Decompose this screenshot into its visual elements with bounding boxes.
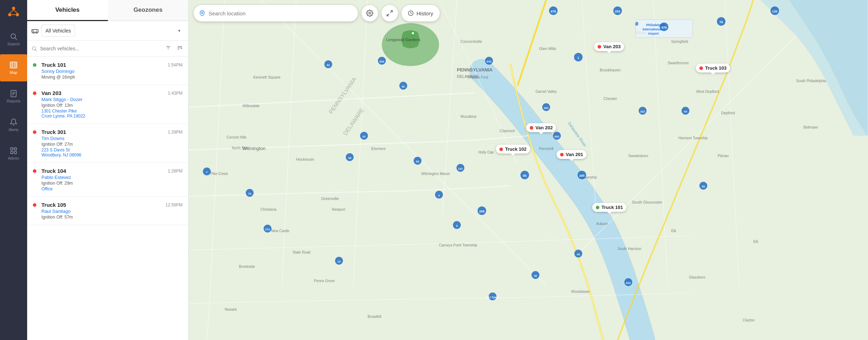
svg-text:Willowdale: Willowdale xyxy=(243,104,260,108)
vehicle-item-truck301[interactable]: Truck 301 Tim Downs Ignition Off: 27m 22… xyxy=(27,124,188,163)
vehicle-info-truck301: Truck 301 Tim Downs Ignition Off: 27m 22… xyxy=(41,129,164,158)
nav-item-admin[interactable]: Admin xyxy=(0,140,27,167)
svg-text:52: 52 xyxy=(416,160,419,163)
marker-label-truck102: Truck 102 xyxy=(505,146,527,152)
status-dot-van203 xyxy=(33,91,36,95)
map-search-input[interactable] xyxy=(209,10,352,16)
vehicle-item-truck105[interactable]: Truck 105 Raul Santiago Ignition Off: 57… xyxy=(27,197,188,225)
map-marker-truck103[interactable]: Truck 103 xyxy=(696,64,730,72)
tab-vehicles[interactable]: Vehicles xyxy=(27,0,108,21)
vehicle-filter-select[interactable]: All Vehicles xyxy=(41,25,75,37)
svg-text:Clayton: Clayton xyxy=(743,318,755,322)
vehicle-item-van203[interactable]: Van 203 Mark Stiggs - Dozer Ignition Off… xyxy=(27,85,188,124)
svg-text:International: International xyxy=(643,28,662,31)
panel-tabs: Vehicles Geozones xyxy=(27,0,188,21)
marker-label-truck101: Truck 101 xyxy=(602,205,623,210)
svg-text:141: 141 xyxy=(458,167,463,170)
svg-line-22 xyxy=(35,50,37,51)
vehicle-status-van203: Ignition Off: 13m xyxy=(41,103,164,108)
status-dot-truck301 xyxy=(33,130,36,134)
svg-text:Elk: Elk xyxy=(753,240,759,244)
svg-text:Cornish Hills: Cornish Hills xyxy=(226,135,246,139)
map-marker-truck102[interactable]: Truck 102 xyxy=(496,145,530,154)
nav-admin-label: Admin xyxy=(8,156,19,160)
app-logo xyxy=(6,4,21,20)
svg-text:Brookhaven: Brookhaven xyxy=(600,68,621,72)
svg-text:South Philadelphia: South Philadelphia xyxy=(796,79,826,83)
vehicle-status-truck105: Ignition Off: 57m xyxy=(41,215,162,220)
svg-text:Kennett Square: Kennett Square xyxy=(253,75,280,79)
sort-icon-btn[interactable] xyxy=(175,44,184,54)
svg-text:Woodstown: Woodstown xyxy=(571,290,590,294)
svg-text:Elk: Elk xyxy=(671,229,677,233)
filter-select-wrapper[interactable]: All Vehicles xyxy=(41,25,184,37)
settings-btn[interactable] xyxy=(361,5,378,21)
svg-text:55: 55 xyxy=(702,185,705,188)
marker-label-van203: Van 203 xyxy=(603,44,620,49)
vehicle-icon xyxy=(31,27,39,34)
svg-text:Chadds Ford: Chadds Ford xyxy=(468,75,488,79)
svg-text:802: 802 xyxy=(554,135,559,138)
svg-text:41: 41 xyxy=(363,135,366,138)
vehicle-driver-truck104: Pablo Estevez xyxy=(41,175,164,180)
svg-text:South Harrison: South Harrison xyxy=(618,247,642,251)
search-row xyxy=(27,41,188,57)
svg-point-7 xyxy=(11,34,16,39)
svg-point-154 xyxy=(201,12,203,14)
vehicle-info-truck104: Truck 104 Pablo Estevez Ignition Off: 29… xyxy=(41,168,164,191)
vehicle-search-input[interactable] xyxy=(40,46,161,51)
map-marker-truck101[interactable]: Truck 101 xyxy=(592,203,627,212)
nav-item-search[interactable]: Search xyxy=(0,26,27,53)
marker-label-truck103: Truck 103 xyxy=(705,65,727,71)
svg-text:Holly Oak: Holly Oak xyxy=(478,150,494,154)
map-marker-van203[interactable]: Van 203 xyxy=(594,42,624,51)
status-dot-truck101 xyxy=(33,63,36,67)
nav-map-label: Map xyxy=(10,70,17,75)
nav-reports-label: Reports xyxy=(7,99,21,103)
svg-line-157 xyxy=(387,14,389,16)
nav-item-map[interactable]: Map xyxy=(0,54,27,81)
svg-text:202: 202 xyxy=(615,10,620,13)
svg-text:Garnet Valley: Garnet Valley xyxy=(535,90,557,94)
vehicle-status-truck101: Moving @ 16mph xyxy=(41,75,164,80)
filter-icon-btn[interactable] xyxy=(164,44,173,54)
svg-text:76: 76 xyxy=(719,20,723,24)
nav-item-reports[interactable]: Reports xyxy=(0,83,27,110)
svg-text:NJ Tpke: NJ Tpke xyxy=(487,296,498,299)
nav-item-alerts[interactable]: Alerts xyxy=(0,111,27,139)
map-container: Wilmington Longwood Gardens Kennett Squa… xyxy=(189,0,868,340)
vehicle-time-truck104: 1:28PM xyxy=(168,168,183,174)
svg-point-153 xyxy=(412,32,414,34)
vehicle-name-truck105: Truck 105 xyxy=(41,202,162,208)
nav-alerts-label: Alerts xyxy=(9,128,19,132)
vehicle-status-truck104: Ignition Off: 29m xyxy=(41,181,164,186)
svg-text:Woodbine: Woodbine xyxy=(460,115,477,119)
tab-geozones[interactable]: Geozones xyxy=(108,0,189,21)
svg-rect-15 xyxy=(14,148,16,150)
marker-dot-van203 xyxy=(598,45,601,49)
vehicle-name-truck104: Truck 104 xyxy=(41,168,164,174)
history-btn[interactable]: History xyxy=(401,5,440,21)
svg-text:9: 9 xyxy=(456,224,458,228)
vehicle-status-truck301: Ignition Off: 27m xyxy=(41,142,164,147)
search-bar xyxy=(194,5,358,21)
svg-text:Pitman: Pitman xyxy=(718,154,729,158)
svg-text:Deptford: Deptford xyxy=(721,111,735,115)
vehicle-item-truck101[interactable]: Truck 101 Sonny Domingo Moving @ 16mph 1… xyxy=(27,57,188,85)
vehicle-address-truck104: Office xyxy=(41,186,164,191)
map-marker-van202[interactable]: Van 202 xyxy=(526,123,556,132)
svg-text:Airport: Airport xyxy=(648,32,659,35)
expand-btn[interactable] xyxy=(381,5,398,21)
svg-point-21 xyxy=(33,47,36,50)
svg-text:95: 95 xyxy=(523,174,527,178)
map-marker-van201[interactable]: Van 201 xyxy=(557,150,587,159)
vehicle-item-truck104[interactable]: Truck 104 Pablo Estevez Ignition Off: 29… xyxy=(27,163,188,197)
svg-text:295: 295 xyxy=(479,210,484,213)
svg-text:Longwood Gardens: Longwood Gardens xyxy=(386,38,421,42)
marker-dot-van202 xyxy=(530,126,533,130)
svg-text:Glen Mills: Glen Mills xyxy=(539,46,557,51)
vehicle-list: Truck 101 Sonny Domingo Moving @ 16mph 1… xyxy=(27,57,188,340)
svg-line-156 xyxy=(390,11,393,13)
vehicle-driver-truck301: Tim Downs xyxy=(41,136,164,141)
panel-filter-row: All Vehicles xyxy=(27,21,188,41)
